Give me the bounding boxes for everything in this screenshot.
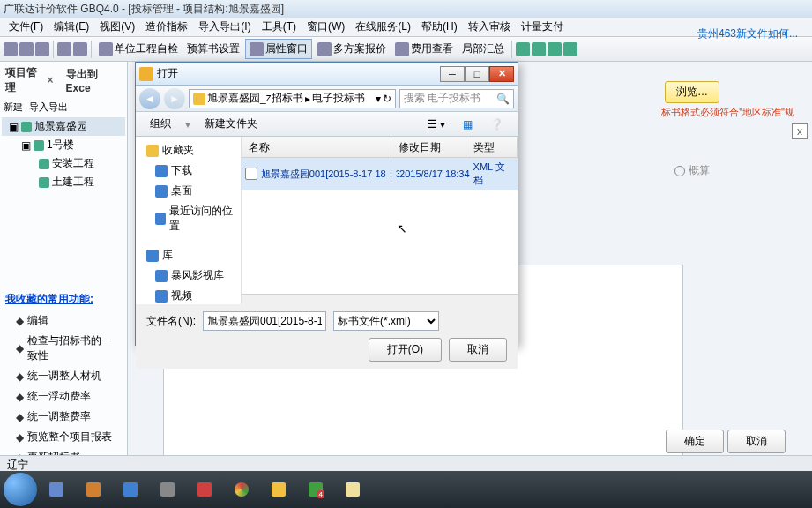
- filter-select[interactable]: 标书文件(*.xml): [333, 311, 439, 331]
- path-seg[interactable]: 旭景嘉盛园_z招标书: [207, 91, 303, 106]
- dropdown-icon[interactable]: ▾: [376, 93, 381, 105]
- fav-preview[interactable]: ◆预览整个项目报表: [2, 427, 125, 447]
- minimize-icon[interactable]: ─: [440, 66, 465, 82]
- back-icon[interactable]: ◄: [139, 88, 160, 109]
- status-text: 辽宁: [7, 459, 28, 471]
- side-downloads[interactable]: 下载: [139, 161, 237, 181]
- search-icon: 🔍: [496, 93, 510, 105]
- tb-unitcheck[interactable]: 单位工程自检: [95, 40, 182, 58]
- redo-icon[interactable]: [73, 42, 87, 56]
- side-library[interactable]: 库: [139, 245, 237, 265]
- menu-view[interactable]: 视图(V): [94, 18, 140, 36]
- tree-building[interactable]: ▣1号楼: [2, 136, 125, 154]
- hscroll[interactable]: [242, 294, 518, 304]
- sidebar-header: 项目管理 × 导出到Exce: [2, 64, 125, 97]
- fav-edit[interactable]: ◆编辑: [2, 310, 125, 331]
- menu-window[interactable]: 窗口(W): [302, 18, 350, 36]
- forward-icon[interactable]: ►: [164, 88, 185, 109]
- task-app7[interactable]: 4: [298, 474, 333, 505]
- path-bar[interactable]: 旭景嘉盛园_z招标书 ▸ 电子投标书 ▾ ↻: [189, 89, 396, 108]
- sidebar-close-icon[interactable]: ×: [48, 74, 54, 86]
- preview-icon[interactable]: ▦: [456, 116, 480, 132]
- fee-icon: [395, 42, 409, 56]
- task-app3[interactable]: [113, 474, 148, 505]
- nav-prev-icon[interactable]: [532, 42, 546, 56]
- open-icon[interactable]: [19, 42, 34, 56]
- task-app4[interactable]: [150, 474, 185, 505]
- arrow-icon: ◆: [16, 391, 24, 403]
- refresh-icon[interactable]: ↻: [383, 93, 391, 105]
- xml-icon: [245, 168, 257, 180]
- maximize-icon[interactable]: □: [465, 66, 489, 82]
- side-fav[interactable]: 收藏夹: [139, 140, 237, 161]
- menu-tools[interactable]: 工具(T): [257, 18, 302, 36]
- task-app5[interactable]: [187, 474, 222, 505]
- cancel-button[interactable]: 取消: [727, 430, 786, 453]
- tb-fee[interactable]: 费用查看: [391, 40, 457, 58]
- newfolder-button[interactable]: 新建文件夹: [197, 115, 264, 133]
- side-recent[interactable]: 最近访问的位置: [139, 201, 237, 236]
- tree-civil[interactable]: 土建工程: [2, 173, 125, 191]
- nav-last-icon[interactable]: [563, 42, 577, 56]
- menu-audit[interactable]: 转入审核: [463, 18, 516, 36]
- folder-icon: [193, 93, 205, 105]
- fav-adjust-rate[interactable]: ◆统一调整费率: [2, 407, 125, 427]
- task-app1[interactable]: [39, 474, 74, 505]
- undo-icon[interactable]: [57, 42, 71, 56]
- task-app2[interactable]: [76, 474, 111, 505]
- menu-pay[interactable]: 计量支付: [516, 18, 569, 36]
- task-app6[interactable]: [261, 474, 296, 505]
- dlg-cancel-button[interactable]: 取消: [449, 338, 507, 362]
- ok-button[interactable]: 确定: [666, 430, 724, 453]
- chevron-icon: ▸: [305, 93, 310, 105]
- side-videos[interactable]: 视频: [139, 286, 237, 304]
- nav-first-icon[interactable]: [516, 42, 530, 56]
- nav-next-icon[interactable]: [548, 42, 562, 56]
- fav-check[interactable]: ◆检查与招标书的一致性: [2, 331, 125, 366]
- tree-root[interactable]: ▣旭景嘉盛园: [2, 117, 125, 136]
- menu-edit[interactable]: 编辑(E): [48, 18, 94, 36]
- filename-input[interactable]: [203, 311, 326, 331]
- view-icon[interactable]: ☰ ▾: [421, 116, 452, 132]
- start-button[interactable]: [4, 473, 37, 506]
- task-chrome[interactable]: [224, 474, 259, 505]
- new-icon[interactable]: [4, 42, 18, 56]
- dialog-side: 收藏夹 下载 桌面 最近访问的位置 库 暴风影视库 视频 图片 文档: [136, 137, 242, 304]
- fav-float[interactable]: ◆统一浮动费率: [2, 386, 125, 407]
- menu-file[interactable]: 文件(F): [4, 18, 48, 36]
- search-input[interactable]: 搜索 电子投标书 🔍: [399, 89, 514, 108]
- menu-online[interactable]: 在线服务(L): [350, 18, 416, 36]
- top-right-link[interactable]: 贵州463新文件如何...: [692, 25, 803, 43]
- tb-multi[interactable]: 多方案报价: [314, 40, 390, 58]
- sidebar-tab2[interactable]: 导出到Exce: [66, 67, 122, 94]
- open-dialog: 打开 ─ □ ✕ ◄ ► 旭景嘉盛园_z招标书 ▸ 电子投标书 ▾ ↻ 搜索 电…: [135, 62, 518, 346]
- side-baofeng[interactable]: 暴风影视库: [139, 265, 237, 286]
- browse-button[interactable]: 浏览…: [665, 81, 719, 103]
- calc-radio[interactable]: 概算: [674, 163, 710, 178]
- tb-budget[interactable]: 预算书设置: [183, 40, 243, 58]
- close-icon[interactable]: ✕: [489, 66, 514, 82]
- star-icon: [146, 145, 159, 157]
- dropdown-icon[interactable]: ▾: [178, 116, 197, 132]
- fav-adjust-rcj[interactable]: ◆统一调整人材机: [2, 366, 125, 386]
- organize-button[interactable]: 组织: [143, 115, 178, 133]
- file-row[interactable]: 旭景嘉盛园001[2015-8-17 18：34].xml 2015/8/17 …: [242, 158, 518, 190]
- right-x-button[interactable]: x: [792, 123, 808, 139]
- open-button[interactable]: 打开(O): [369, 338, 442, 362]
- new-io-row[interactable]: 新建- 导入导出-: [2, 97, 125, 117]
- col-type[interactable]: 类型: [466, 137, 518, 157]
- task-app8[interactable]: [335, 474, 370, 505]
- titlebar: 广联达计价软件 GBQ4.0 - [投标管理 - 项目结构:旭景嘉盛园]: [0, 0, 812, 18]
- save-icon[interactable]: [35, 42, 49, 56]
- tb-props[interactable]: 属性窗口: [245, 39, 312, 59]
- col-name[interactable]: 名称: [242, 137, 391, 157]
- menu-cost[interactable]: 造价指标: [140, 18, 193, 36]
- menu-help[interactable]: 帮助(H): [416, 18, 463, 36]
- help-icon[interactable]: ❔: [483, 116, 510, 132]
- tb-partial[interactable]: 局部汇总: [458, 40, 508, 58]
- tree-install[interactable]: 安装工程: [2, 154, 125, 173]
- col-date[interactable]: 修改日期: [391, 137, 466, 157]
- path-seg[interactable]: 电子投标书: [312, 91, 365, 106]
- menu-io[interactable]: 导入导出(I): [193, 18, 256, 36]
- side-desktop[interactable]: 桌面: [139, 181, 237, 201]
